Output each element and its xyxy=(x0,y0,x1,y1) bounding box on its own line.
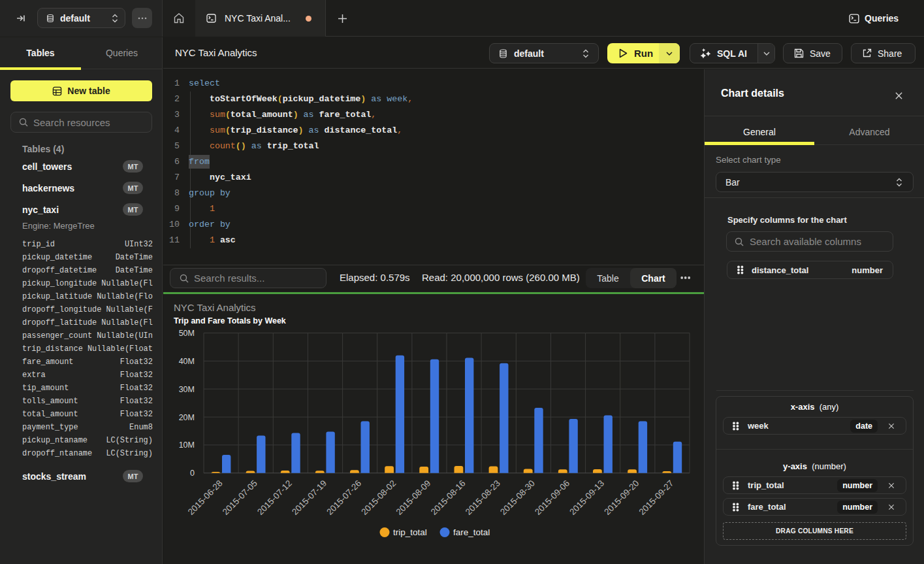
svg-text:2015-09-06: 2015-09-06 xyxy=(533,478,571,517)
svg-text:40M: 40M xyxy=(179,357,195,366)
svg-text:20M: 20M xyxy=(179,413,195,422)
svg-text:2015-08-30: 2015-08-30 xyxy=(498,478,537,517)
svg-text:2015-07-26: 2015-07-26 xyxy=(325,478,363,517)
svg-text:2015-09-20: 2015-09-20 xyxy=(602,478,641,517)
svg-text:2015-07-05: 2015-07-05 xyxy=(221,478,259,517)
svg-text:fare_total: fare_total xyxy=(453,527,490,537)
svg-text:2015-06-28: 2015-06-28 xyxy=(186,478,225,517)
svg-text:0: 0 xyxy=(190,469,195,478)
svg-text:50M: 50M xyxy=(179,329,195,338)
svg-text:2015-09-13: 2015-09-13 xyxy=(567,478,606,517)
svg-text:2015-08-09: 2015-08-09 xyxy=(394,478,432,517)
svg-text:30M: 30M xyxy=(179,385,195,394)
svg-text:2015-08-16: 2015-08-16 xyxy=(429,478,468,517)
svg-text:2015-09-27: 2015-09-27 xyxy=(637,478,675,517)
svg-text:2015-08-02: 2015-08-02 xyxy=(359,478,398,517)
svg-text:trip_total: trip_total xyxy=(393,527,427,537)
svg-text:2015-07-19: 2015-07-19 xyxy=(290,478,328,517)
svg-text:10M: 10M xyxy=(179,440,195,450)
svg-text:2015-07-12: 2015-07-12 xyxy=(255,478,294,517)
svg-text:2015-08-23: 2015-08-23 xyxy=(464,478,502,517)
